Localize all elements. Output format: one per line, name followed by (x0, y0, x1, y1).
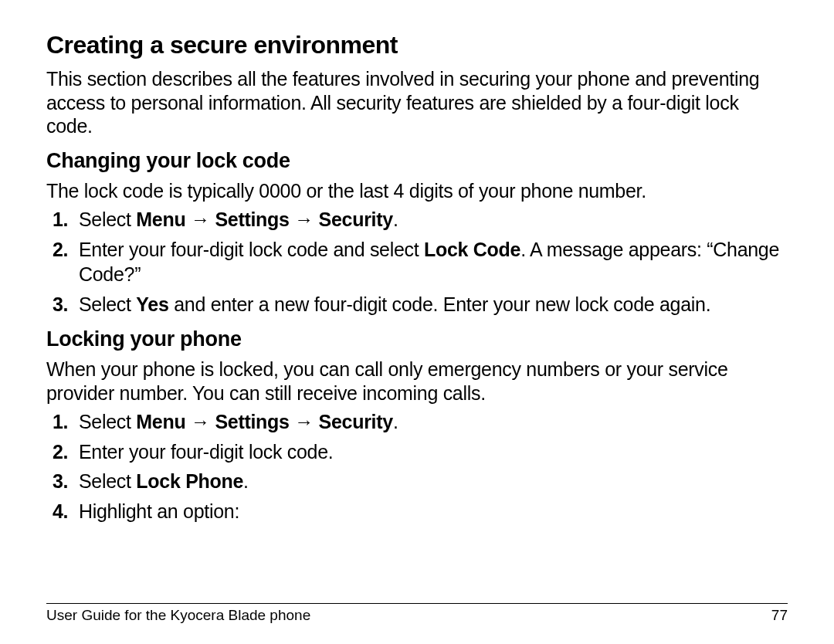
list-item: Enter your four-digit lock code and sele… (46, 237, 788, 287)
list-item: Select Lock Phone. (46, 469, 788, 494)
menu-path: Menu → Settings → Security (136, 411, 393, 432)
page-number: 77 (771, 607, 788, 624)
section2-intro: When your phone is locked, you can call … (46, 358, 788, 405)
ui-label: Yes (136, 293, 168, 315)
page-heading: Creating a secure environment (46, 31, 788, 59)
step-text: Select (79, 293, 136, 315)
list-item: Select Menu → Settings → Security. (46, 409, 788, 435)
page-footer: User Guide for the Kyocera Blade phone 7… (46, 603, 788, 624)
step-text: Select (79, 411, 136, 432)
step-text: . (393, 411, 398, 432)
step-text: . (393, 208, 398, 230)
menu-path: Menu → Settings → Security (136, 208, 393, 230)
subheading-changing-lock-code: Changing your lock code (46, 149, 788, 173)
list-item: Select Yes and enter a new four-digit co… (46, 292, 788, 317)
list-item: Highlight an option: (46, 499, 788, 524)
list-item: Select Menu → Settings → Security. (46, 207, 788, 232)
step-text: . (243, 470, 249, 492)
list-item: Enter your four-digit lock code. (46, 439, 788, 465)
step-text: Select (79, 470, 136, 492)
section1-steps: Select Menu → Settings → Security. Enter… (46, 207, 788, 317)
intro-paragraph: This section describes all the features … (46, 67, 788, 138)
ui-label: Lock Code (424, 239, 520, 260)
section2-steps: Select Menu → Settings → Security. Enter… (46, 409, 788, 524)
footer-title: User Guide for the Kyocera Blade phone (46, 607, 310, 624)
subheading-locking-phone: Locking your phone (46, 327, 788, 351)
step-text: and enter a new four-digit code. Enter y… (169, 293, 711, 315)
step-text: Select (79, 208, 136, 230)
ui-label: Lock Phone (136, 470, 243, 492)
step-text: Enter your four-digit lock code and sele… (79, 239, 424, 260)
section1-intro: The lock code is typically 0000 or the l… (46, 179, 788, 203)
